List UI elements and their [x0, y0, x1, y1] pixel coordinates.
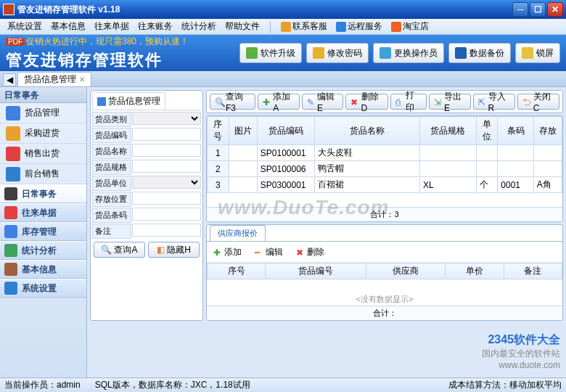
sidebar-section[interactable]: 统计分析	[0, 241, 86, 260]
banner-button[interactable]: 数据备份	[448, 43, 511, 63]
menu-item[interactable]: 帮助文件	[221, 20, 264, 33]
sidebar-section[interactable]: 日常事务	[0, 184, 86, 203]
toolbar-button[interactable]: ⎙打印	[390, 94, 427, 110]
sidebar-item[interactable]: 货品管理	[0, 103, 86, 123]
grid-cell[interactable]: 鸭舌帽	[315, 161, 420, 177]
grid-column-header[interactable]: 单位	[476, 117, 498, 145]
menu-link[interactable]: 联系客服	[276, 20, 332, 33]
filter-query-button[interactable]: 🔍 查询A	[94, 242, 145, 258]
sub-column-header[interactable]: 序号	[208, 264, 266, 279]
grid-row[interactable]: 1SP0100001大头皮鞋	[208, 145, 562, 161]
toolbar-button[interactable]: ⮌关闭C	[517, 94, 559, 110]
subtab-supplier[interactable]: 供应商报价	[210, 225, 266, 241]
grid-row[interactable]: 2SP0100006鸭舌帽	[208, 161, 562, 177]
section-label: 库存管理	[22, 226, 57, 238]
tab-close-icon[interactable]: ✕	[79, 75, 85, 83]
banner-button[interactable]: 修改密码	[306, 43, 369, 63]
sub-column-header[interactable]: 单价	[446, 264, 504, 279]
grid-column-header[interactable]: 货品规格	[420, 117, 477, 145]
grid-cell[interactable]	[420, 145, 477, 161]
product-grid[interactable]: 序号图片货品编码货品名称货品规格单位条码存放 1SP0100001大头皮鞋2SP…	[207, 116, 562, 193]
status-db: SQL版本，数据库名称：JXC，1.18试用	[95, 379, 250, 391]
grid-cell[interactable]: 2	[208, 161, 229, 177]
grid-column-header[interactable]: 存放	[533, 117, 562, 145]
filter-input[interactable]	[132, 176, 201, 189]
filter-input[interactable]	[132, 128, 201, 141]
grid-cell[interactable]	[229, 145, 257, 161]
sidebar-section[interactable]: 库存管理	[0, 222, 86, 241]
grid-cell[interactable]: SP0300001	[257, 177, 315, 193]
grid-cell[interactable]: 0001	[498, 177, 533, 193]
banner-button-icon	[246, 47, 258, 59]
grid-cell[interactable]	[498, 161, 533, 177]
filter-tab[interactable]: 货品信息管理	[92, 92, 165, 110]
grid-row[interactable]: 3SP0300001百褶裙XL个0001A角	[208, 177, 562, 193]
toolbar-button[interactable]: ✚添加A	[258, 94, 300, 110]
filter-input[interactable]	[132, 192, 201, 205]
grid-cell[interactable]	[420, 161, 477, 177]
menu-item[interactable]: 系统设置	[3, 20, 46, 33]
sidebar-section[interactable]: 系统设置	[0, 279, 86, 298]
grid-cell[interactable]	[476, 161, 498, 177]
grid-cell[interactable]: 大头皮鞋	[315, 145, 420, 161]
maximize-button[interactable]: ☐	[530, 2, 546, 17]
grid-column-header[interactable]: 货品名称	[315, 117, 420, 145]
grid-cell[interactable]: 个	[476, 177, 498, 193]
toolbar-button[interactable]: ⇱导入R	[473, 94, 515, 110]
grid-column-header[interactable]: 货品编码	[257, 117, 315, 145]
grid-cell[interactable]	[476, 145, 498, 161]
menu-link[interactable]: 淘宝店	[387, 20, 433, 33]
close-button[interactable]: ✕	[547, 2, 563, 17]
tab-product-info[interactable]: 货品信息管理 ✕	[17, 72, 91, 86]
sidebar-item[interactable]: 销售出货	[0, 144, 86, 164]
grid-cell[interactable]: 3	[208, 177, 229, 193]
menu-item[interactable]: 统计分析	[177, 20, 221, 33]
menu-item[interactable]: 往来单据	[90, 20, 134, 33]
sub-toolbar-button[interactable]: ━编辑	[250, 244, 287, 260]
sub-column-header[interactable]: 供应商	[366, 264, 445, 279]
grid-cell[interactable]	[533, 161, 562, 177]
grid-cell[interactable]	[229, 161, 257, 177]
filter-hide-button[interactable]: ◧ 隐藏H	[148, 242, 200, 258]
toolbar-button[interactable]: ✖删除D	[345, 94, 387, 110]
sub-toolbar-button[interactable]: ✖删除	[292, 244, 329, 260]
sub-toolbar-button[interactable]: ✚添加	[209, 244, 246, 260]
filter-input[interactable]	[132, 208, 201, 221]
sidebar-item[interactable]: 前台销售	[0, 164, 86, 184]
menu-link[interactable]: 远程服务	[332, 20, 387, 33]
filter-input[interactable]	[132, 224, 201, 237]
grid-cell[interactable]: SP0100006	[257, 161, 315, 177]
toolbar-button[interactable]: ⇲导出E	[429, 94, 471, 110]
grid-cell[interactable]	[498, 145, 533, 161]
grid-cell[interactable]: 1	[208, 145, 229, 161]
main-grid-panel: 序号图片货品编码货品名称货品规格单位条码存放 1SP0100001大头皮鞋2SP…	[206, 115, 563, 222]
grid-cell[interactable]: A角	[533, 177, 562, 193]
grid-cell[interactable]	[533, 145, 562, 161]
grid-cell[interactable]: XL	[420, 177, 477, 193]
filter-input[interactable]	[132, 160, 201, 173]
sub-column-header[interactable]: 备注	[504, 264, 562, 279]
plus-icon: ✚	[213, 248, 222, 256]
menu-item[interactable]: 基本信息	[46, 20, 90, 33]
grid-column-header[interactable]: 条码	[498, 117, 533, 145]
sidebar-section[interactable]: 往来单据	[0, 203, 86, 222]
toolbar-button[interactable]: ✎编辑E	[302, 94, 344, 110]
sidebar-item[interactable]: 采购进货	[0, 123, 86, 144]
sub-column-header[interactable]: 货品编号	[266, 264, 366, 279]
menu-item[interactable]: 往来账务	[134, 20, 177, 33]
tab-prev-button[interactable]: ◀	[3, 73, 16, 86]
grid-cell[interactable]: 百褶裙	[315, 177, 420, 193]
toolbar-button[interactable]: 🔍查询F3	[210, 94, 255, 110]
filter-input[interactable]	[132, 112, 201, 125]
grid-column-header[interactable]: 图片	[229, 117, 257, 145]
minimize-button[interactable]: ─	[512, 2, 528, 17]
filter-input[interactable]	[132, 144, 201, 157]
banner-button[interactable]: 软件升级	[239, 43, 302, 63]
grid-cell[interactable]: SP0100001	[257, 145, 315, 161]
supplier-grid[interactable]: 序号货品编号供应商单价备注	[207, 263, 562, 279]
grid-column-header[interactable]: 序号	[208, 117, 229, 145]
grid-cell[interactable]	[229, 177, 257, 193]
banner-button[interactable]: 更换操作员	[373, 43, 444, 63]
sidebar-section[interactable]: 基本信息	[0, 260, 86, 279]
banner-button[interactable]: 锁屏	[515, 43, 560, 63]
